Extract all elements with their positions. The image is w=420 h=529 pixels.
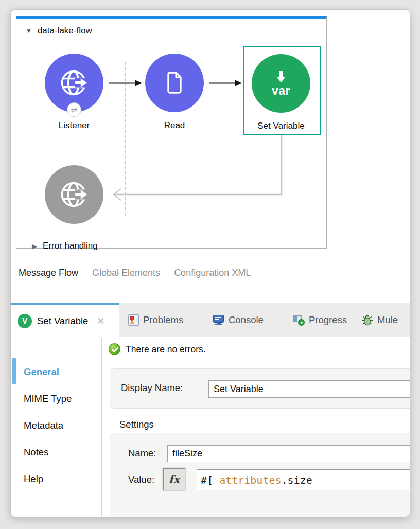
set-variable-tab-icon: V xyxy=(18,314,32,328)
expression-prefix: #[ xyxy=(201,474,219,486)
tab-configuration-xml[interactable]: Configuration XML xyxy=(174,268,251,278)
studio-window: ▼ data-lake-flow ⇌ Listener xyxy=(10,9,410,517)
editor-tabs: Message Flow Global Elements Configurati… xyxy=(19,268,251,278)
sidebar-item-notes[interactable]: Notes xyxy=(24,447,48,458)
tab-mule-debugger[interactable]: Mule xyxy=(361,303,398,337)
no-errors-check-icon xyxy=(109,343,120,355)
response-node[interactable] xyxy=(45,165,103,224)
flow-header: ▼ data-lake-flow xyxy=(26,26,92,36)
fx-expression-button[interactable]: fx xyxy=(163,468,185,490)
listener-label: Listener xyxy=(30,120,118,131)
progress-icon xyxy=(293,314,305,326)
display-name-label: Display Name: xyxy=(121,382,183,394)
console-icon xyxy=(213,314,224,326)
expand-triangle-icon[interactable]: ▶ xyxy=(32,243,37,250)
problems-icon xyxy=(128,314,139,326)
expression-rest: .size xyxy=(282,474,312,486)
name-label: Name: xyxy=(128,448,156,459)
error-handling-label: Error handling xyxy=(43,241,98,251)
status-message: There are no errors. xyxy=(126,344,206,355)
sidebar-item-help[interactable]: Help xyxy=(24,473,43,485)
bug-icon xyxy=(361,314,373,326)
sidebar-item-metadata[interactable]: Metadata xyxy=(24,420,63,431)
tab-console[interactable]: Console xyxy=(213,303,264,337)
sidebar-divider xyxy=(101,338,102,517)
tab-progress[interactable]: Progress xyxy=(293,303,347,337)
display-name-panel: Display Name: xyxy=(110,368,410,409)
close-icon[interactable]: ✕ xyxy=(97,315,104,327)
set-variable-node[interactable]: var xyxy=(252,54,310,113)
sidebar-item-general[interactable]: General xyxy=(24,366,59,378)
settings-panel: Name: Value: fx #[ attributes.size xyxy=(110,433,410,517)
file-icon xyxy=(159,67,190,98)
display-name-input[interactable] xyxy=(208,380,410,398)
set-variable-tab-label: Set Variable xyxy=(37,315,88,327)
globe-arrow-icon xyxy=(58,66,91,99)
tab-set-variable[interactable]: V Set Variable ✕ xyxy=(11,303,119,337)
tab-global-elements[interactable]: Global Elements xyxy=(92,268,160,278)
console-label: Console xyxy=(229,314,264,326)
value-expression-input[interactable]: #[ attributes.size xyxy=(197,469,410,490)
problems-label: Problems xyxy=(143,314,183,326)
flow-container: ▼ data-lake-flow ⇌ Listener xyxy=(16,16,327,249)
progress-label: Progress xyxy=(309,314,347,326)
mule-label: Mule xyxy=(377,314,398,326)
globe-arrow-gray-icon xyxy=(58,178,91,211)
panel-tab-bar: V Set Variable ✕ Problems Console Progre… xyxy=(11,303,410,337)
exchange-badge-icon: ⇌ xyxy=(67,102,81,117)
tab-problems[interactable]: Problems xyxy=(128,303,183,337)
sidebar-active-indicator xyxy=(12,358,16,384)
value-label: Value: xyxy=(128,474,154,485)
tab-message-flow[interactable]: Message Flow xyxy=(19,268,78,278)
set-variable-icon: var xyxy=(271,71,291,98)
collapse-triangle-icon[interactable]: ▼ xyxy=(26,28,32,34)
flow-title: data-lake-flow xyxy=(38,26,92,36)
expression-token: attributes xyxy=(219,474,281,486)
response-connector-line xyxy=(109,135,287,201)
read-label: Read xyxy=(131,120,218,131)
sidebar-item-mime-type[interactable]: MIME Type xyxy=(24,393,72,404)
read-node[interactable] xyxy=(145,54,204,112)
variable-name-input[interactable] xyxy=(167,445,410,462)
flow-arrow-icon xyxy=(109,80,142,86)
settings-heading: Settings xyxy=(119,419,154,430)
set-variable-label: Set Variable xyxy=(237,121,325,131)
flow-arrow-icon xyxy=(209,80,242,86)
error-handling-row: ▶ Error handling xyxy=(32,241,98,251)
